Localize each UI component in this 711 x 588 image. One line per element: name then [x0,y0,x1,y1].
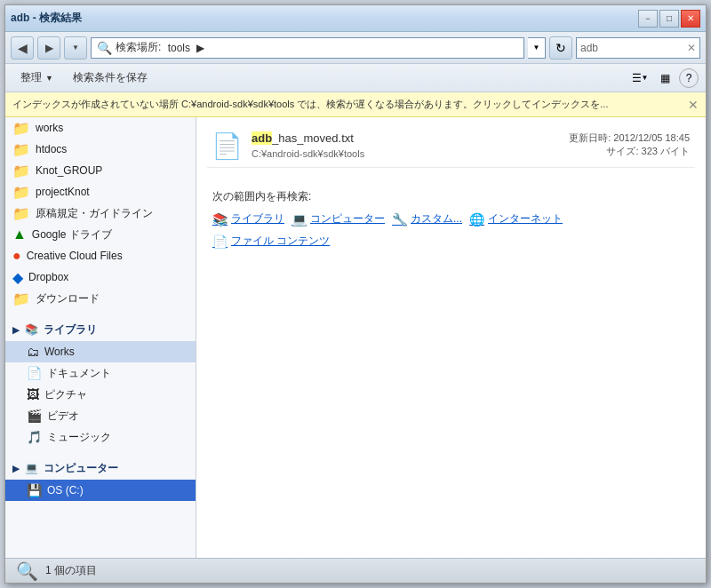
file-info: adb_has_moved.txt C:¥android-sdk¥sdk¥too… [252,131,558,159]
back-button[interactable]: ◀ [11,36,34,60]
size-value: 323 バイト [642,146,690,156]
sidebar-item-lib-documents[interactable]: 📄 ドキュメント [5,362,196,384]
custom-label: カスタム... [411,211,462,226]
view-icon: ☰ [632,72,642,84]
research-file-contents[interactable]: 📄 ファイル コンテンツ [212,234,690,249]
icon-lib-documents: 📄 [27,366,42,380]
sidebar-label-downloads: ダウンロード [36,291,100,306]
research-internet[interactable]: 🌐 インターネット [469,211,563,226]
icon-lib-pictures: 🖼 [27,387,39,401]
research-library[interactable]: 📚 ライブラリ [212,211,284,226]
title-bar-buttons: － □ ✕ [638,10,700,28]
help-icon: ? [686,72,692,84]
date-label: 更新日時: [569,132,611,143]
folder-icon: 🔍 [97,41,112,55]
close-button[interactable]: ✕ [681,10,700,28]
address-dropdown-button[interactable]: ▼ [528,37,546,59]
sidebar-item-project-knot[interactable]: 📁 projectKnot [5,181,196,203]
sidebar-item-genko[interactable]: 📁 原稿規定・ガイドライン [5,203,196,224]
location-arrow: ▶ [196,42,204,54]
internet-label: インターネット [488,211,563,226]
label-os-c: OS (C:) [47,484,84,497]
sidebar-item-knot-group[interactable]: 📁 Knot_GROUP [5,160,196,181]
sidebar-item-downloads[interactable]: 📁 ダウンロード [5,288,196,309]
status-text: 1 個の項目 [45,563,97,578]
file-path: C:¥android-sdk¥sdk¥tools [252,148,558,159]
main-area: 📁 works 📁 htdocs 📁 Knot_GROUP 📁 projectK… [5,117,706,558]
file-result[interactable]: 📄 adb_has_moved.txt C:¥android-sdk¥sdk¥t… [207,124,695,168]
content-pane: 📄 adb_has_moved.txt C:¥android-sdk¥sdk¥t… [196,117,706,558]
sidebar-item-os-c[interactable]: 💾 OS (C:) [5,480,196,501]
file-name-highlight: adb [252,131,272,145]
dropdown-nav-button[interactable]: ▼ [64,36,87,60]
sidebar-item-lib-pictures[interactable]: 🖼 ピクチャ [5,384,196,405]
label-lib-pictures: ピクチャ [44,387,87,402]
warning-close-button[interactable]: ✕ [688,98,699,112]
status-bar: 🔍 1 個の項目 [5,558,706,583]
internet-icon: 🌐 [469,212,484,226]
computer-collapse-icon: ▶ [12,464,20,473]
main-window: adb - 検索結果 － □ ✕ ◀ ▶ ▼ 🔍 検索場所: tools ▶ ▼… [4,4,707,584]
save-search-button[interactable]: 検索条件を保存 [65,68,156,89]
sidebar-label-creative-cloud: Creative Cloud Files [27,250,123,262]
window-title: adb - 検索結果 [11,11,82,26]
address-input[interactable]: 🔍 検索場所: tools ▶ [91,37,524,59]
research-section: 次の範囲内を再検索: 📚 ライブラリ 💻 コンピューター 🔧 カスタム... [207,182,695,256]
sidebar-item-htdocs[interactable]: 📁 htdocs [5,139,196,160]
sidebar-item-dropbox[interactable]: ◆ Dropbox [5,266,196,288]
organize-button[interactable]: 整理 ▼ [12,68,61,89]
label-lib-video: ビデオ [47,409,79,424]
refresh-button[interactable]: ↻ [549,36,572,60]
layout-icon: ▦ [660,72,670,84]
folder-icon-downloads: 📁 [12,290,30,307]
icon-lib-music: 🎵 [27,430,42,444]
computer-search-label: コンピューター [310,211,385,226]
sidebar-label-dropbox: Dropbox [28,271,68,283]
toolbar-right: ☰ ▼ ▦ ? [629,68,699,89]
file-name-suffix: _has_moved.txt [272,131,354,145]
sidebar-label-knot-group: Knot_GROUP [36,164,102,177]
folder-icon-dropbox: ◆ [12,269,23,286]
libraries-collapse-icon: ▶ [12,325,20,335]
sidebar-item-creative-cloud[interactable]: ● Creative Cloud Files [5,245,196,266]
layout-button[interactable]: ▦ [654,68,675,89]
icon-lib-works: 🗂 [27,345,39,359]
file-size: サイズ: 323 バイト [569,145,690,158]
search-text: adb [580,42,687,54]
title-bar: adb - 検索結果 － □ ✕ [5,5,706,32]
forward-button[interactable]: ▶ [37,36,60,60]
sidebar-item-google-drive[interactable]: ▲ Google ドライブ [5,224,196,245]
search-box[interactable]: adb ✕ [576,37,700,59]
search-clear-button[interactable]: ✕ [687,42,696,54]
organize-dropdown-icon: ▼ [45,74,53,83]
folder-icon-google-drive: ▲ [12,226,27,242]
view-options-button[interactable]: ☰ ▼ [629,68,651,89]
minimize-button[interactable]: － [638,10,658,28]
research-items: 📚 ライブラリ 💻 コンピューター 🔧 カスタム... 🌐 インターネット [212,211,690,226]
organize-label: 整理 [20,70,42,85]
folder-icon-works: 📁 [12,120,30,137]
computer-label: コンピューター [44,461,118,476]
toolbar: 整理 ▼ 検索条件を保存 ☰ ▼ ▦ ? [5,64,706,92]
sidebar-label-genko: 原稿規定・ガイドライン [36,206,153,221]
help-button[interactable]: ? [679,68,699,88]
libraries-header[interactable]: ▶ 📚 ライブラリ [5,318,196,341]
libraries-label: ライブラリ [44,322,97,338]
warning-bar: インデックスが作成されていない場所 C:¥android-sdk¥sdk¥too… [5,92,706,117]
sidebar-item-lib-music[interactable]: 🎵 ミュージック [5,426,196,448]
research-custom[interactable]: 🔧 カスタム... [392,211,462,226]
computer-icon: 💻 [25,462,38,474]
research-computer[interactable]: 💻 コンピューター [292,211,385,226]
computer-header[interactable]: ▶ 💻 コンピューター [5,457,196,480]
sidebar-item-lib-video[interactable]: 🎬 ビデオ [5,405,196,426]
custom-icon: 🔧 [392,212,407,226]
sidebar-item-lib-works[interactable]: 🗂 Works [5,341,196,362]
file-date: 更新日時: 2012/12/05 18:45 [569,131,690,145]
sidebar-label-works: works [36,122,63,134]
sidebar-item-works[interactable]: 📁 works [5,117,196,139]
research-label: 次の範囲内を再検索: [212,189,690,204]
icon-os-c: 💾 [27,483,42,497]
maximize-button[interactable]: □ [659,10,679,28]
file-meta: 更新日時: 2012/12/05 18:45 サイズ: 323 バイト [569,131,690,158]
computer-search-icon: 💻 [292,212,307,226]
